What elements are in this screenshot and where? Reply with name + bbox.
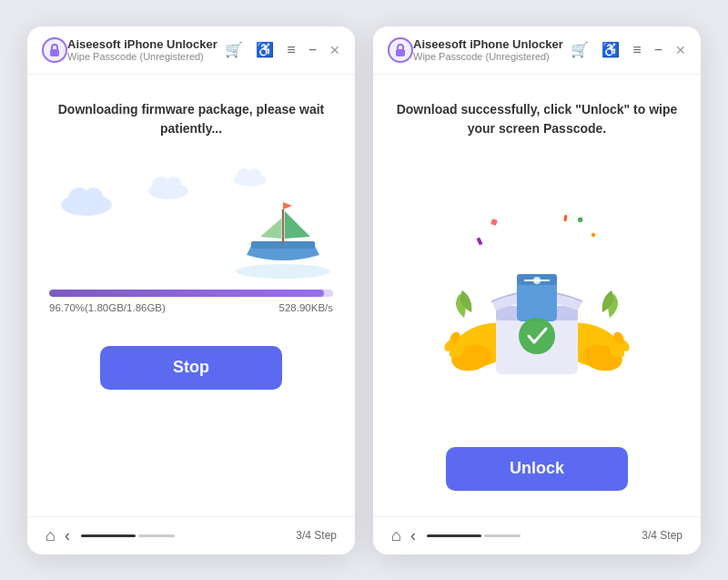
status-text-right: Download successfully, click "Unlock" to… [395, 100, 679, 138]
progress-track [49, 290, 333, 297]
step-dot-active [81, 534, 136, 537]
cart-icon-right[interactable]: 🛒 [571, 41, 589, 58]
title-bar-right: Aiseesoft iPhone Unlocker Wipe Passcode … [373, 26, 701, 75]
boat-svg [233, 191, 333, 282]
svg-rect-13 [396, 49, 405, 56]
title-text-left: Aiseesoft iPhone Unlocker Wipe Passcode … [67, 37, 225, 62]
app-icon-left [42, 37, 67, 63]
content-left: Downloading firmware package, please wai… [27, 75, 355, 516]
svg-point-34 [533, 277, 541, 284]
accessibility-icon-right[interactable]: ♿ [602, 41, 620, 58]
right-window: Aiseesoft iPhone Unlocker Wipe Passcode … [373, 26, 701, 555]
close-icon-left[interactable]: ✕ [329, 43, 340, 57]
back-icon-left[interactable]: ‹ [65, 526, 70, 545]
menu-icon-right[interactable]: ≡ [632, 42, 641, 58]
app-name-left: Aiseesoft iPhone Unlocker [67, 37, 225, 51]
menu-icon[interactable]: ≡ [287, 42, 295, 58]
back-icon-right[interactable]: ‹ [410, 526, 416, 545]
progress-labels: 96.70%(1.80GB/1.86GB) 528.90KB/s [49, 302, 333, 313]
step-progress-left [81, 534, 296, 537]
svg-point-10 [236, 264, 330, 279]
success-illustration [395, 164, 679, 440]
svg-point-35 [519, 318, 555, 354]
progress-fill [49, 290, 324, 297]
bottom-bar-left: ⌂ ‹ 3/4 Step [27, 516, 355, 555]
app-name-right: Aiseesoft iPhone Unlocker [413, 37, 571, 51]
svg-point-9 [248, 168, 261, 181]
progress-container: 96.70%(1.80GB/1.86GB) 528.90KB/s [49, 290, 333, 313]
step-dot-inactive-right [484, 534, 521, 537]
step-dot-inactive [138, 534, 175, 537]
progress-speed: 528.90KB/s [279, 302, 333, 313]
minimize-icon[interactable]: − [308, 42, 317, 58]
window-controls-left: 🛒 ♿ ≡ − ✕ [225, 41, 340, 58]
step-dot-active-right [427, 534, 481, 537]
minimize-icon-right[interactable]: − [654, 42, 662, 58]
boat-illustration [49, 164, 333, 282]
title-text-right: Aiseesoft iPhone Unlocker Wipe Passcode … [413, 37, 571, 62]
svg-point-3 [85, 188, 103, 206]
svg-rect-15 [578, 217, 583, 222]
app-subtitle-left: Wipe Passcode (Unregistered) [67, 51, 225, 62]
progress-percent-size: 96.70%(1.80GB/1.86GB) [49, 302, 166, 313]
home-icon-right[interactable]: ⌂ [391, 526, 401, 545]
home-icon-left[interactable]: ⌂ [46, 526, 56, 545]
unlock-svg [437, 210, 637, 392]
left-window: Aiseesoft iPhone Unlocker Wipe Passcode … [27, 26, 355, 555]
step-text-right: 3/4 Step [642, 529, 682, 542]
stop-button[interactable]: Stop [100, 346, 282, 390]
unlock-button[interactable]: Unlock [446, 447, 628, 491]
svg-point-6 [167, 177, 181, 191]
window-controls-right: 🛒 ♿ ≡ − ✕ [571, 41, 686, 58]
status-text-left: Downloading firmware package, please wai… [49, 100, 333, 138]
content-right: Download successfully, click "Unlock" to… [373, 75, 701, 516]
step-text-left: 3/4 Step [296, 529, 337, 542]
app-subtitle-right: Wipe Passcode (Unregistered) [413, 51, 571, 62]
title-bar-left: Aiseesoft iPhone Unlocker Wipe Passcode … [27, 26, 355, 75]
svg-rect-16 [591, 232, 595, 237]
bottom-bar-right: ⌂ ‹ 3/4 Step [373, 516, 701, 555]
svg-rect-14 [490, 219, 498, 226]
close-icon-right[interactable]: ✕ [675, 43, 686, 57]
app-icon-right [388, 37, 413, 63]
svg-rect-17 [476, 238, 482, 246]
svg-rect-18 [563, 215, 567, 221]
cart-icon[interactable]: 🛒 [225, 41, 243, 58]
svg-rect-0 [50, 49, 59, 56]
step-progress-right [427, 534, 642, 537]
accessibility-icon[interactable]: ♿ [256, 41, 274, 58]
